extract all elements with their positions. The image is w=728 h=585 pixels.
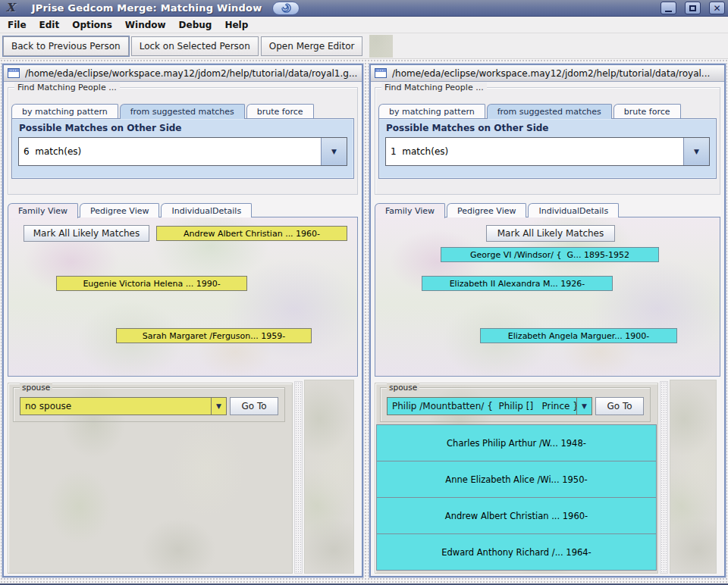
spouse-group-title: spouse: [20, 383, 52, 392]
find-matching-people-group: Find Matching People ... by matching pat…: [375, 87, 720, 195]
view-tabs: Family View Pedigree View IndividualDeta…: [375, 202, 620, 217]
open-merge-editor-button[interactable]: Open Merge Editor: [261, 36, 363, 56]
match-method-tabs: by matching pattern from suggested match…: [378, 104, 682, 118]
tab-individual-details[interactable]: IndividualDetails: [161, 203, 252, 217]
toolbar-thumbnail-image: [369, 35, 393, 58]
view-tabs: Family View Pedigree View IndividualDeta…: [8, 202, 253, 217]
window-titlebar[interactable]: X JPrise Gedcom Merge: Matching Window ✕: [0, 0, 728, 17]
find-group-title: Find Matching People ...: [14, 83, 120, 92]
spouse-panel: spouse Philip /Mountbatten/ { Philip [] …: [375, 383, 658, 574]
go-to-button[interactable]: Go To: [230, 397, 278, 415]
spouse-row: no spouse ▼ Go To: [20, 397, 278, 415]
spouse-combobox-value[interactable]: no spouse: [20, 397, 211, 415]
child-row-anne[interactable]: Anne Elizabeth Alice /Wi... 1950-: [376, 461, 657, 498]
frame-body-left: Find Matching People ... by matching pat…: [4, 82, 362, 576]
matches-combobox[interactable]: 1 match(es) ▼: [385, 137, 710, 166]
lock-on-selected-person-button[interactable]: Lock on Selected Person: [131, 36, 259, 56]
close-icon: ✕: [713, 4, 720, 13]
chevron-down-icon[interactable]: ▼: [211, 397, 227, 415]
tab-pedigree-view[interactable]: Pedigree View: [80, 203, 159, 217]
frame-body-right: Find Matching People ... by matching pat…: [371, 82, 724, 576]
back-to-previous-person-button[interactable]: Back to Previous Person: [3, 36, 129, 56]
tab-by-matching-pattern[interactable]: by matching pattern: [378, 104, 485, 118]
minimize-icon: [665, 11, 672, 12]
menu-window[interactable]: Window: [121, 18, 174, 32]
possible-matches-panel: Possible Matches on Other Side 6 match(e…: [11, 118, 354, 179]
app-x-icon: X: [6, 2, 15, 14]
chevron-down-icon[interactable]: ▼: [576, 397, 592, 415]
find-group-title: Find Matching People ...: [381, 83, 487, 92]
tab-family-view[interactable]: Family View: [375, 203, 445, 218]
child-row-andrew[interactable]: Andrew Albert Christian ... 1960-: [376, 497, 657, 534]
tab-pedigree-view[interactable]: Pedigree View: [447, 203, 526, 217]
menu-debug[interactable]: Debug: [174, 18, 221, 32]
person-box-eugenie[interactable]: Eugenie Victoria Helena ... 1990-: [56, 276, 247, 291]
matches-combobox[interactable]: 6 match(es) ▼: [18, 137, 347, 166]
background-photo-strip: [304, 380, 354, 574]
gedcom-frame-left: /home/eda/eclipse/workspace.may12/jdom2/…: [2, 64, 363, 577]
spouse-group-title: spouse: [387, 383, 419, 392]
tab-from-suggested-matches[interactable]: from suggested matches: [120, 104, 245, 119]
matches-combobox-value[interactable]: 1 match(es): [386, 138, 683, 165]
go-to-button[interactable]: Go To: [595, 397, 644, 415]
family-view-canvas: Mark All Likely Matches George VI /Winds…: [375, 217, 720, 377]
child-row-edward[interactable]: Edward Anthony Richard /... 1964-: [376, 533, 657, 571]
desktop-pane: /home/eda/eclipse/workspace.may12/jdom2/…: [0, 59, 728, 585]
tab-brute-force[interactable]: brute force: [613, 104, 681, 118]
person-box-elizabeth-ii[interactable]: Elizabeth II Alexandra M... 1926-: [422, 276, 613, 291]
spouse-row: Philip /Mountbatten/ { Philip [] Prince …: [387, 397, 644, 415]
spouse-group: spouse no spouse ▼ Go To: [13, 387, 285, 422]
tab-brute-force[interactable]: brute force: [246, 104, 314, 118]
frame-titlebar-left[interactable]: /home/eda/eclipse/workspace.may12/jdom2/…: [4, 65, 362, 82]
matches-combobox-value[interactable]: 6 match(es): [19, 138, 321, 165]
maximize-button[interactable]: [685, 2, 701, 14]
document-window-icon: [8, 68, 20, 78]
children-list: Charles Philip Arthur /W... 1948- Anne E…: [376, 424, 657, 571]
possible-matches-panel: Possible Matches on Other Side 1 match(e…: [378, 118, 717, 179]
close-button[interactable]: ✕: [709, 2, 725, 14]
background-photo-strip: [670, 380, 717, 574]
child-row-charles[interactable]: Charles Philip Arthur /W... 1948-: [376, 424, 657, 461]
maximize-icon: [689, 5, 696, 11]
possible-matches-title: Possible Matches on Other Side: [386, 123, 549, 133]
person-box-elizabeth-angela[interactable]: Elizabeth Angela Marguer... 1900-: [480, 328, 677, 343]
gedcom-file-path: /home/eda/eclipse/workspace.may12/jdom2/…: [392, 68, 710, 79]
window-title: JPrise Gedcom Merge: Matching Window: [32, 2, 262, 14]
frame-titlebar-right[interactable]: /home/eda/eclipse/workspace.may12/jdom2/…: [371, 65, 724, 82]
mark-all-likely-matches-button[interactable]: Mark All Likely Matches: [486, 225, 615, 242]
menu-options[interactable]: Options: [67, 18, 121, 32]
gedcom-frame-right: /home/eda/eclipse/workspace.may12/jdom2/…: [369, 64, 726, 577]
find-matching-people-group: Find Matching People ... by matching pat…: [8, 87, 358, 195]
person-box-andrew[interactable]: Andrew Albert Christian ... 1960-: [156, 226, 347, 241]
menu-bar: File Edit Options Window Debug Help: [0, 17, 728, 33]
vertical-scrollbar-track: [294, 381, 303, 574]
family-view-canvas: Mark All Likely Matches Andrew Albert Ch…: [8, 217, 358, 377]
chevron-down-icon[interactable]: ▼: [321, 138, 347, 165]
spouse-combobox-value[interactable]: Philip /Mountbatten/ { Philip [] Prince …: [387, 397, 576, 415]
menu-help[interactable]: Help: [220, 18, 256, 32]
tab-from-suggested-matches[interactable]: from suggested matches: [487, 104, 612, 119]
chevron-down-icon[interactable]: ▼: [683, 138, 709, 165]
mark-all-likely-matches-button[interactable]: Mark All Likely Matches: [24, 225, 149, 242]
toolbar: Back to Previous Person Lock on Selected…: [0, 33, 728, 59]
gedcom-file-path: /home/eda/eclipse/workspace.may12/jdom2/…: [25, 68, 357, 79]
minimize-button[interactable]: [661, 2, 676, 14]
menu-file[interactable]: File: [3, 18, 35, 32]
tab-by-matching-pattern[interactable]: by matching pattern: [11, 104, 118, 118]
match-method-tabs: by matching pattern from suggested match…: [11, 104, 315, 118]
tab-family-view[interactable]: Family View: [8, 203, 78, 218]
menu-edit[interactable]: Edit: [35, 18, 68, 32]
spouse-panel: spouse no spouse ▼ Go To: [8, 383, 293, 574]
tab-individual-details[interactable]: IndividualDetails: [528, 203, 619, 217]
vertical-scrollbar-track: [660, 381, 668, 574]
swirl-logo-icon: [272, 2, 300, 15]
person-box-sarah[interactable]: Sarah Margaret /Ferguson... 1959-: [116, 328, 312, 343]
spouse-group: spouse Philip /Mountbatten/ { Philip [] …: [380, 387, 651, 422]
person-box-george[interactable]: George VI /Windsor/ { G... 1895-1952: [441, 247, 659, 262]
possible-matches-title: Possible Matches on Other Side: [19, 123, 182, 133]
document-window-icon: [375, 68, 387, 78]
